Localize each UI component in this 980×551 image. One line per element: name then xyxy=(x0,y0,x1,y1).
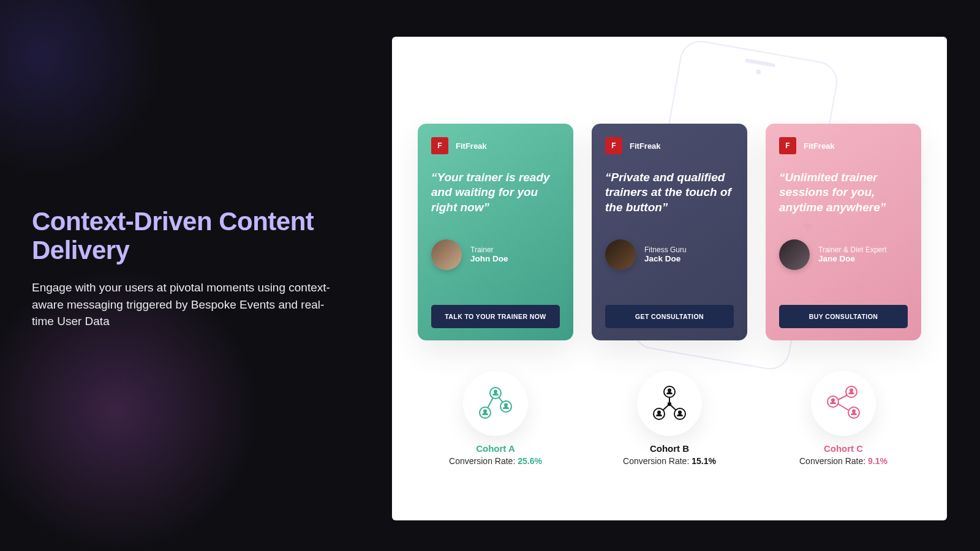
cohort-name: Cohort B xyxy=(592,443,747,454)
trainer-role: Trainer xyxy=(470,246,508,254)
cohort-network-icon xyxy=(463,371,528,436)
svg-point-16 xyxy=(657,411,661,414)
svg-point-6 xyxy=(483,410,487,413)
svg-point-5 xyxy=(494,390,497,394)
cohort-rate-value: 15.1% xyxy=(692,456,716,466)
avatar xyxy=(431,239,462,270)
cohort-rate-label: Conversion Rate: xyxy=(623,456,692,466)
get-consultation-button[interactable]: GET CONSULTATION xyxy=(605,305,734,328)
svg-point-17 xyxy=(678,411,682,414)
brand-logo-icon: F xyxy=(605,137,622,154)
message-card-a: F FitFreak “Your trainer is ready and wa… xyxy=(418,124,573,340)
brand-logo-icon: F xyxy=(779,137,796,154)
brand-name: FitFreak xyxy=(456,141,487,151)
cohort-name: Cohort A xyxy=(418,443,573,454)
hero-subtitle: Engage with your users at pivotal moment… xyxy=(32,279,344,330)
talk-to-trainer-button[interactable]: TALK TO YOUR TRAINER NOW xyxy=(431,305,560,328)
cohort-name: Cohort C xyxy=(766,443,921,454)
cohort-c: Cohort C Conversion Rate: 9.1% xyxy=(766,371,921,466)
cohort-b: Cohort B Conversion Rate: 15.1% xyxy=(592,371,747,466)
showcase-panel: F FitFreak “Your trainer is ready and wa… xyxy=(392,37,947,520)
brand-name: FitFreak xyxy=(630,141,661,151)
hero-copy: Context-Driven Content Delivery Engage w… xyxy=(32,207,350,330)
cohort-rate: Conversion Rate: 9.1% xyxy=(766,456,921,466)
card-quote: “Unlimited trainer sessions for you, any… xyxy=(779,170,908,215)
speech-tail-icon xyxy=(454,223,466,232)
trainer-name: John Doe xyxy=(470,254,508,263)
avatar xyxy=(779,239,810,270)
svg-point-15 xyxy=(668,389,671,392)
trainer-name: Jane Doe xyxy=(818,254,887,263)
message-card-c: F FitFreak “Unlimited trainer sessions f… xyxy=(766,124,921,340)
brand-name: FitFreak xyxy=(804,141,835,151)
cohort-rate-value: 9.1% xyxy=(868,456,888,466)
card-quote: “Private and qualified trainers at the t… xyxy=(605,170,734,215)
buy-consultation-button[interactable]: BUY CONSULTATION xyxy=(779,305,908,328)
cohort-network-icon xyxy=(637,371,702,436)
cohort-network-icon xyxy=(811,371,876,436)
trainer-role: Trainer & Diet Expert xyxy=(818,246,887,254)
svg-point-25 xyxy=(852,410,856,413)
card-quote: “Your trainer is ready and waiting for y… xyxy=(431,170,560,215)
hero-title: Context-Driven Content Delivery xyxy=(32,207,350,264)
avatar xyxy=(605,239,636,270)
trainer-name: Jack Doe xyxy=(644,254,687,263)
message-card-b: F FitFreak “Private and qualified traine… xyxy=(592,124,747,340)
svg-point-7 xyxy=(504,403,508,407)
svg-point-14 xyxy=(668,402,671,406)
cohorts-row: Cohort A Conversion Rate: 25.6% xyxy=(413,371,926,466)
message-cards-row: F FitFreak “Your trainer is ready and wa… xyxy=(413,124,926,340)
speech-tail-icon xyxy=(628,223,639,232)
svg-point-24 xyxy=(831,399,835,402)
cohort-rate: Conversion Rate: 25.6% xyxy=(418,456,573,466)
cohort-rate-label: Conversion Rate: xyxy=(449,456,518,466)
cohort-rate-value: 25.6% xyxy=(518,456,542,466)
svg-point-23 xyxy=(850,389,853,392)
cohort-rate: Conversion Rate: 15.1% xyxy=(592,456,747,466)
brand-logo-icon: F xyxy=(431,137,448,154)
trainer-role: Fitness Guru xyxy=(644,246,687,254)
speech-tail-icon xyxy=(802,223,813,232)
cohort-rate-label: Conversion Rate: xyxy=(799,456,868,466)
cohort-a: Cohort A Conversion Rate: 25.6% xyxy=(418,371,573,466)
